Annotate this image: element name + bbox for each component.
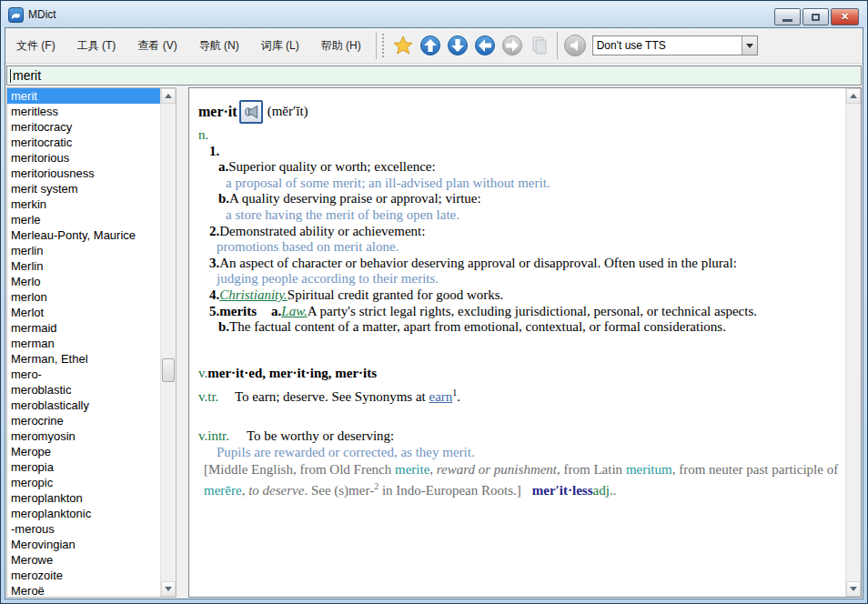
title-bar[interactable]: MDict ✕ — [2, 2, 866, 27]
menu-item[interactable]: 词库 (L) — [250, 33, 310, 59]
word-list-items: meritmeritlessmeritocracymeritocraticmer… — [7, 88, 160, 597]
etymology-word: merite — [395, 462, 429, 477]
sense-3: 3.An aspect of character or behavior des… — [198, 256, 842, 272]
usage-field-label: Christianity. — [219, 287, 288, 302]
etymology-text: in Indo-European Roots.] — [378, 483, 521, 498]
toolbar-grip[interactable] — [382, 34, 385, 57]
menu-item[interactable]: 帮助 (H) — [310, 33, 372, 59]
sense-number: 4. — [209, 287, 219, 302]
arrow-right-icon — [501, 35, 523, 56]
list-item[interactable]: Merleau-Ponty, Maurice — [7, 227, 160, 243]
pos-vtr: v.tr. — [198, 389, 235, 406]
list-item[interactable]: merlon — [7, 289, 160, 305]
verb-forms: mer·it·ed, mer·it·ing, mer·its — [207, 366, 377, 380]
tts-dropdown[interactable]: Don't use TTS — [592, 35, 758, 55]
list-item[interactable]: meroplankton — [7, 490, 160, 506]
list-item[interactable]: meritocracy — [7, 119, 160, 135]
triangle-up-icon — [850, 94, 857, 98]
sense-text: Demonstrated ability or achievement: — [219, 224, 425, 238]
close-button[interactable]: ✕ — [831, 8, 859, 25]
list-item[interactable]: meropia — [7, 459, 160, 475]
sense-letter: a. — [218, 159, 228, 174]
scroll-down-button[interactable] — [161, 581, 176, 597]
minimize-button[interactable] — [774, 8, 801, 25]
list-item[interactable]: Merlin — [7, 258, 160, 274]
tts-dropdown-value: Don't use TTS — [593, 39, 742, 52]
back-button[interactable] — [471, 32, 499, 59]
scroll-up-button[interactable] — [161, 88, 176, 104]
list-item[interactable]: meroblastic — [7, 382, 160, 398]
tts-dropdown-button[interactable] — [742, 36, 757, 55]
sense-5b: b.The factual content of a matter, apart… — [198, 319, 842, 336]
menu-item[interactable]: 导航 (N) — [188, 33, 250, 59]
triangle-down-icon — [850, 587, 857, 591]
maximize-button[interactable] — [802, 8, 829, 25]
list-item[interactable]: merozoite — [7, 568, 160, 583]
vintr-text: To be worthy or deserving: — [247, 428, 394, 443]
vintr-example: Pupils are rewarded or corrected, as the… — [198, 445, 842, 461]
chevron-down-icon — [746, 44, 753, 48]
list-item[interactable]: meritoriousness — [7, 166, 160, 181]
word-list-scrollbar[interactable] — [160, 88, 176, 597]
definition-scrollbar[interactable] — [845, 88, 861, 597]
list-item[interactable]: Meroë — [7, 583, 160, 597]
sense-3-example: judging people according to their merits… — [198, 271, 842, 287]
list-item[interactable]: merit — [7, 88, 160, 104]
list-item[interactable]: meroblastically — [7, 398, 160, 413]
list-item[interactable]: Merlo — [7, 274, 160, 289]
etymology-word: meritum — [626, 462, 672, 477]
list-item[interactable]: meritocratic — [7, 135, 160, 150]
headword-line: mer·it (mĕr′ĭt) — [198, 100, 842, 124]
prev-entry-button[interactable] — [417, 32, 444, 59]
sense-number: 5. — [209, 304, 219, 318]
earn-link[interactable]: earn — [429, 389, 452, 404]
menu-item[interactable]: 文件 (F) — [5, 33, 66, 59]
list-item[interactable]: Merlot — [7, 305, 160, 320]
list-item[interactable]: mermaid — [7, 320, 160, 336]
next-entry-button[interactable] — [444, 32, 471, 59]
etymology-word: merēre — [204, 483, 242, 498]
list-item[interactable]: meritorious — [7, 150, 160, 166]
menu-item[interactable]: 查看 (V) — [126, 33, 187, 59]
list-item[interactable]: meromyosin — [7, 428, 160, 444]
speak-button[interactable] — [561, 32, 589, 59]
list-item[interactable]: Merman, Ethel — [7, 351, 160, 367]
toolbar-separator — [557, 32, 558, 59]
list-item[interactable]: merocrine — [7, 413, 160, 428]
close-icon: ✕ — [841, 11, 849, 23]
list-item[interactable]: meropic — [7, 475, 160, 490]
scroll-down-button[interactable] — [846, 581, 861, 597]
word-list: meritmeritlessmeritocracymeritocraticmer… — [6, 87, 177, 598]
favorites-star-button[interactable] — [389, 32, 417, 59]
list-item[interactable]: merle — [7, 212, 160, 227]
speaker-icon — [242, 103, 260, 121]
list-item[interactable]: -merous — [7, 521, 160, 537]
sense-text: Spiritual credit granted for good works. — [288, 287, 503, 302]
paste-button[interactable] — [526, 32, 553, 59]
menu-item[interactable]: 工具 (T) — [66, 33, 127, 59]
etymology-gloss: to deserve — [248, 483, 304, 498]
search-input[interactable]: merit — [6, 65, 862, 86]
list-item[interactable]: merman — [7, 336, 160, 351]
sense-letter: a. — [271, 304, 281, 318]
list-item[interactable]: Merope — [7, 444, 160, 459]
sense-number: 1. — [209, 144, 219, 158]
scroll-up-button[interactable] — [846, 88, 861, 104]
mdict-window: MDict ✕ 文件 (F)工具 (T)查看 (V)导航 (N)词库 (L)帮助… — [0, 0, 868, 604]
list-item[interactable]: merlin — [7, 243, 160, 258]
list-item[interactable]: meroplanktonic — [7, 506, 160, 521]
paste-icon — [529, 35, 550, 56]
list-item[interactable]: merit system — [7, 181, 160, 196]
etymology-text: , from Latin — [557, 462, 626, 477]
list-item[interactable]: Merowe — [7, 552, 160, 568]
pronounce-button[interactable] — [239, 100, 263, 124]
list-item[interactable]: mero- — [7, 367, 160, 382]
list-item[interactable]: merkin — [7, 196, 160, 212]
list-item[interactable]: Merovingian — [7, 537, 160, 552]
forward-button[interactable] — [499, 32, 526, 59]
vtr-line: v.tr.To earn; deserve. See Synonyms at e… — [198, 385, 842, 406]
list-item[interactable]: meritless — [7, 104, 160, 119]
definition-panel: mer·it (mĕr′ĭt) n. 1. a.Superior quality… — [188, 87, 862, 598]
etymology-text: [Middle English, from Old French — [204, 462, 395, 477]
scrollbar-thumb[interactable] — [162, 358, 175, 382]
